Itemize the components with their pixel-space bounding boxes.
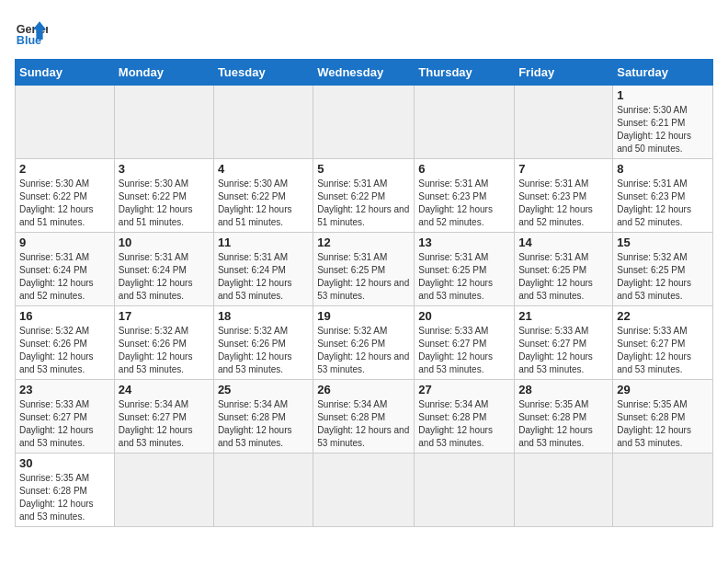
day-number: 9 xyxy=(19,236,110,249)
day-number: 4 xyxy=(218,162,309,176)
calendar-week-row: 2Sunrise: 5:30 AM Sunset: 6:22 PM Daylig… xyxy=(16,159,713,233)
day-number: 21 xyxy=(518,309,609,323)
day-number: 14 xyxy=(518,236,609,249)
calendar-cell: 9Sunrise: 5:31 AM Sunset: 6:24 PM Daylig… xyxy=(16,233,115,306)
day-info: Sunrise: 5:32 AM Sunset: 6:25 PM Dayligh… xyxy=(617,251,709,303)
calendar-cell xyxy=(213,454,313,527)
day-number: 20 xyxy=(418,309,510,323)
calendar-cell: 29Sunrise: 5:35 AM Sunset: 6:28 PM Dayli… xyxy=(613,380,713,454)
weekday-header-monday: Monday xyxy=(114,60,213,86)
calendar-cell: 24Sunrise: 5:34 AM Sunset: 6:27 PM Dayli… xyxy=(114,380,213,454)
day-info: Sunrise: 5:30 AM Sunset: 6:22 PM Dayligh… xyxy=(218,178,309,229)
day-info: Sunrise: 5:32 AM Sunset: 6:26 PM Dayligh… xyxy=(317,325,410,376)
calendar-cell xyxy=(613,454,713,527)
calendar-cell: 14Sunrise: 5:31 AM Sunset: 6:25 PM Dayli… xyxy=(515,233,613,306)
day-number: 16 xyxy=(19,309,110,323)
calendar-cell xyxy=(213,86,313,159)
calendar-cell xyxy=(415,86,515,159)
day-number: 30 xyxy=(19,456,110,470)
day-number: 24 xyxy=(119,383,210,396)
day-info: Sunrise: 5:35 AM Sunset: 6:28 PM Dayligh… xyxy=(19,472,110,523)
day-info: Sunrise: 5:31 AM Sunset: 6:24 PM Dayligh… xyxy=(19,251,110,303)
day-number: 23 xyxy=(19,383,110,396)
day-number: 17 xyxy=(119,309,210,323)
day-info: Sunrise: 5:34 AM Sunset: 6:27 PM Dayligh… xyxy=(119,398,210,450)
calendar-cell: 5Sunrise: 5:31 AM Sunset: 6:22 PM Daylig… xyxy=(313,159,415,233)
day-info: Sunrise: 5:30 AM Sunset: 6:21 PM Dayligh… xyxy=(617,104,709,155)
calendar-cell: 2Sunrise: 5:30 AM Sunset: 6:22 PM Daylig… xyxy=(16,159,115,233)
calendar-cell: 25Sunrise: 5:34 AM Sunset: 6:28 PM Dayli… xyxy=(213,380,313,454)
calendar-cell: 16Sunrise: 5:32 AM Sunset: 6:26 PM Dayli… xyxy=(16,306,115,380)
day-number: 10 xyxy=(119,236,210,249)
page-header: General Blue xyxy=(15,15,713,48)
day-info: Sunrise: 5:31 AM Sunset: 6:23 PM Dayligh… xyxy=(617,178,709,229)
day-number: 5 xyxy=(317,162,410,176)
day-number: 25 xyxy=(218,383,309,396)
day-info: Sunrise: 5:31 AM Sunset: 6:23 PM Dayligh… xyxy=(418,178,510,229)
calendar-cell xyxy=(515,454,613,527)
calendar-cell: 19Sunrise: 5:32 AM Sunset: 6:26 PM Dayli… xyxy=(313,306,415,380)
day-number: 12 xyxy=(317,236,410,249)
weekday-header-tuesday: Tuesday xyxy=(213,60,313,86)
weekday-header-thursday: Thursday xyxy=(415,60,515,86)
calendar-cell: 15Sunrise: 5:32 AM Sunset: 6:25 PM Dayli… xyxy=(613,233,713,306)
day-info: Sunrise: 5:34 AM Sunset: 6:28 PM Dayligh… xyxy=(317,398,410,450)
day-number: 8 xyxy=(617,162,709,176)
day-number: 13 xyxy=(418,236,510,249)
day-number: 19 xyxy=(317,309,410,323)
logo: General Blue xyxy=(15,15,48,48)
day-number: 29 xyxy=(617,383,709,396)
day-number: 27 xyxy=(418,383,510,396)
weekday-header-sunday: Sunday xyxy=(16,60,115,86)
calendar-table: SundayMondayTuesdayWednesdayThursdayFrid… xyxy=(15,59,713,527)
calendar-week-row: 1Sunrise: 5:30 AM Sunset: 6:21 PM Daylig… xyxy=(16,86,713,159)
day-info: Sunrise: 5:32 AM Sunset: 6:26 PM Dayligh… xyxy=(218,325,309,376)
calendar-cell: 12Sunrise: 5:31 AM Sunset: 6:25 PM Dayli… xyxy=(313,233,415,306)
calendar-week-row: 30Sunrise: 5:35 AM Sunset: 6:28 PM Dayli… xyxy=(16,454,713,527)
calendar-week-row: 23Sunrise: 5:33 AM Sunset: 6:27 PM Dayli… xyxy=(16,380,713,454)
day-info: Sunrise: 5:31 AM Sunset: 6:25 PM Dayligh… xyxy=(317,251,410,303)
calendar-cell: 22Sunrise: 5:33 AM Sunset: 6:27 PM Dayli… xyxy=(613,306,713,380)
day-number: 2 xyxy=(19,162,110,176)
day-number: 18 xyxy=(218,309,309,323)
day-info: Sunrise: 5:35 AM Sunset: 6:28 PM Dayligh… xyxy=(518,398,609,450)
day-info: Sunrise: 5:33 AM Sunset: 6:27 PM Dayligh… xyxy=(617,325,709,376)
day-info: Sunrise: 5:34 AM Sunset: 6:28 PM Dayligh… xyxy=(218,398,309,450)
calendar-cell: 7Sunrise: 5:31 AM Sunset: 6:23 PM Daylig… xyxy=(515,159,613,233)
calendar-cell: 23Sunrise: 5:33 AM Sunset: 6:27 PM Dayli… xyxy=(16,380,115,454)
calendar-week-row: 9Sunrise: 5:31 AM Sunset: 6:24 PM Daylig… xyxy=(16,233,713,306)
calendar-cell: 1Sunrise: 5:30 AM Sunset: 6:21 PM Daylig… xyxy=(613,86,713,159)
day-number: 1 xyxy=(617,88,709,102)
logo-icon: General Blue xyxy=(15,15,48,48)
day-info: Sunrise: 5:34 AM Sunset: 6:28 PM Dayligh… xyxy=(418,398,510,450)
day-info: Sunrise: 5:30 AM Sunset: 6:22 PM Dayligh… xyxy=(19,178,110,229)
calendar-cell: 18Sunrise: 5:32 AM Sunset: 6:26 PM Dayli… xyxy=(213,306,313,380)
calendar-cell xyxy=(515,86,613,159)
day-info: Sunrise: 5:35 AM Sunset: 6:28 PM Dayligh… xyxy=(617,398,709,450)
calendar-cell: 28Sunrise: 5:35 AM Sunset: 6:28 PM Dayli… xyxy=(515,380,613,454)
calendar-cell xyxy=(415,454,515,527)
calendar-cell: 11Sunrise: 5:31 AM Sunset: 6:24 PM Dayli… xyxy=(213,233,313,306)
calendar-cell: 8Sunrise: 5:31 AM Sunset: 6:23 PM Daylig… xyxy=(613,159,713,233)
calendar-cell xyxy=(114,86,213,159)
day-number: 6 xyxy=(418,162,510,176)
weekday-header-wednesday: Wednesday xyxy=(313,60,415,86)
day-number: 28 xyxy=(518,383,609,396)
calendar-cell: 17Sunrise: 5:32 AM Sunset: 6:26 PM Dayli… xyxy=(114,306,213,380)
day-info: Sunrise: 5:31 AM Sunset: 6:24 PM Dayligh… xyxy=(119,251,210,303)
day-number: 3 xyxy=(119,162,210,176)
day-info: Sunrise: 5:33 AM Sunset: 6:27 PM Dayligh… xyxy=(518,325,609,376)
day-info: Sunrise: 5:33 AM Sunset: 6:27 PM Dayligh… xyxy=(418,325,510,376)
calendar-cell: 10Sunrise: 5:31 AM Sunset: 6:24 PM Dayli… xyxy=(114,233,213,306)
calendar-week-row: 16Sunrise: 5:32 AM Sunset: 6:26 PM Dayli… xyxy=(16,306,713,380)
day-info: Sunrise: 5:31 AM Sunset: 6:22 PM Dayligh… xyxy=(317,178,410,229)
weekday-header-row: SundayMondayTuesdayWednesdayThursdayFrid… xyxy=(16,60,713,86)
calendar-cell: 21Sunrise: 5:33 AM Sunset: 6:27 PM Dayli… xyxy=(515,306,613,380)
calendar-cell: 30Sunrise: 5:35 AM Sunset: 6:28 PM Dayli… xyxy=(16,454,115,527)
day-number: 7 xyxy=(518,162,609,176)
day-info: Sunrise: 5:33 AM Sunset: 6:27 PM Dayligh… xyxy=(19,398,110,450)
calendar-cell xyxy=(114,454,213,527)
weekday-header-saturday: Saturday xyxy=(613,60,713,86)
calendar-cell: 27Sunrise: 5:34 AM Sunset: 6:28 PM Dayli… xyxy=(415,380,515,454)
day-number: 15 xyxy=(617,236,709,249)
